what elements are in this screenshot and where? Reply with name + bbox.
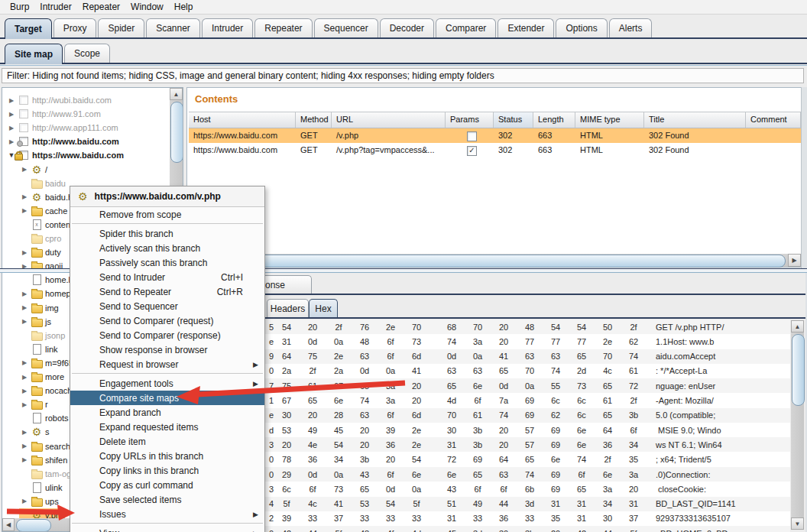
- menu-item-spider-this-branch[interactable]: Spider this branch: [70, 226, 264, 241]
- tree-item-ups[interactable]: ▶ups: [19, 495, 59, 508]
- column-header-mime-type[interactable]: MIME type: [575, 112, 644, 128]
- expand-arrow-icon[interactable]: ▶: [19, 207, 30, 214]
- tree-item-m-9f65[interactable]: ▶m=9f65: [19, 356, 73, 370]
- column-header-host[interactable]: Host: [189, 112, 296, 128]
- expand-arrow-icon[interactable]: ▶: [19, 166, 30, 173]
- tree-item-img[interactable]: ▶img: [19, 301, 59, 315]
- expand-arrow-icon[interactable]: ▶: [19, 374, 30, 381]
- subtab-site-map[interactable]: Site map: [5, 44, 63, 64]
- column-header-comment[interactable]: Comment: [746, 112, 801, 128]
- contents-scroll-right-button[interactable]: ▶: [788, 254, 801, 267]
- tree-item-http-wubi-baidu-com[interactable]: ▶http://wubi.baidu.com: [6, 93, 112, 107]
- menubar-item-burp[interactable]: Burp: [5, 2, 34, 12]
- tree-item-shifen[interactable]: ▶shifen: [19, 453, 67, 467]
- tree-item-cpro[interactable]: cpro: [19, 232, 61, 245]
- tree-item-ulink[interactable]: ulink: [19, 481, 63, 495]
- tree-item-link[interactable]: link: [19, 342, 58, 356]
- tree-item-https-www-baidu-com[interactable]: ▼https://www.baidu.com: [6, 148, 124, 162]
- menu-item-send-to-repeater[interactable]: Send to RepeaterCtrl+R: [70, 284, 264, 299]
- expand-arrow-icon[interactable]: ▶: [19, 318, 30, 325]
- tree-item-http-www-baidu-com[interactable]: ▶http://www.baidu.com: [6, 135, 119, 148]
- tree-item-homep[interactable]: ▶homep: [19, 287, 71, 300]
- tree-item-baidu[interactable]: baidu: [19, 177, 66, 190]
- expand-arrow-icon[interactable]: ▶: [19, 429, 30, 436]
- hex-view[interactable]: 554202f762e70687020485454502fGET /v.php …: [186, 320, 790, 532]
- tree-item-tam-og[interactable]: tam-og: [19, 467, 71, 481]
- tree-item--[interactable]: ▶⚙/: [19, 163, 47, 177]
- tab-proxy[interactable]: Proxy: [53, 18, 97, 37]
- expand-arrow-icon[interactable]: ▶: [6, 125, 17, 131]
- menu-item-passively-scan-this-branch[interactable]: Passively scan this branch: [70, 255, 264, 270]
- params-checkbox[interactable]: ✓: [467, 146, 477, 156]
- tree-item-jsonp[interactable]: jsonp: [19, 329, 65, 342]
- tree-item-http-www-91-com[interactable]: ▶http://www.91.com: [6, 107, 101, 121]
- tab-target[interactable]: Target: [5, 18, 52, 39]
- tree-item-home-h[interactable]: home.h: [19, 273, 73, 287]
- menu-item-issues[interactable]: Issues▶: [70, 507, 264, 521]
- menu-item-send-to-intruder[interactable]: Send to IntruderCtrl+I: [70, 270, 264, 284]
- tab-alerts[interactable]: Alerts: [609, 18, 653, 37]
- tab-scanner[interactable]: Scanner: [146, 18, 200, 37]
- tree-item-more[interactable]: ▶more: [19, 370, 64, 384]
- menu-item-compare-site-maps[interactable]: Compare site maps: [70, 391, 264, 405]
- tree-item-conten[interactable]: xconten: [19, 218, 70, 232]
- expand-arrow-icon[interactable]: ▶: [6, 111, 17, 118]
- menu-item-request-in-browser[interactable]: Request in browser▶: [70, 357, 264, 371]
- tree-vscrollbar-thumb[interactable]: [170, 102, 183, 163]
- menu-item-show-response-in-browser[interactable]: Show response in browser: [70, 342, 264, 357]
- tree-hscrollbar-thumb[interactable]: [16, 519, 51, 532]
- tree-item-s[interactable]: ▶⚙s: [19, 425, 50, 439]
- expand-arrow-icon[interactable]: ▶: [19, 304, 30, 311]
- column-header-title[interactable]: Title: [644, 112, 746, 128]
- menu-item-copy-as-curl-command[interactable]: Copy as curl command: [70, 478, 264, 492]
- tab-spider[interactable]: Spider: [98, 18, 144, 37]
- table-row[interactable]: https://www.baidu.comGET/v.php302663HTML…: [189, 128, 801, 143]
- expand-arrow-icon[interactable]: ▶: [19, 290, 30, 297]
- expand-arrow-icon[interactable]: ▶: [19, 443, 30, 449]
- menubar-item-window[interactable]: Window: [125, 2, 169, 12]
- tree-item-duty[interactable]: ▶duty: [19, 245, 61, 259]
- menubar-item-help[interactable]: Help: [169, 2, 199, 12]
- tab-intruder[interactable]: Intruder: [202, 18, 253, 37]
- menu-item-actively-scan-this-branch[interactable]: Actively scan this branch: [70, 241, 264, 255]
- tree-scroll-up-button[interactable]: ▲: [170, 88, 183, 100]
- menu-item-remove-from-scope[interactable]: Remove from scope: [70, 207, 264, 222]
- menu-item-send-to-sequencer[interactable]: Send to Sequencer: [70, 299, 264, 313]
- tree-item-nocach[interactable]: ▶nocach: [19, 384, 72, 397]
- tab-comparer[interactable]: Comparer: [436, 18, 496, 37]
- table-row[interactable]: https://www.baidu.comGET/v.php?tag=vmpac…: [189, 143, 801, 157]
- menu-item-expand-branch[interactable]: Expand branch: [70, 405, 264, 420]
- tab-headers[interactable]: Headers: [267, 299, 309, 317]
- tree-item-search[interactable]: ▶search: [19, 440, 70, 453]
- menu-item-save-selected-items[interactable]: Save selected items: [70, 492, 264, 507]
- tab-hex[interactable]: Hex: [309, 299, 338, 317]
- params-checkbox[interactable]: [467, 131, 477, 141]
- tab-extender[interactable]: Extender: [497, 18, 554, 37]
- tab-repeater[interactable]: Repeater: [254, 18, 312, 37]
- menubar-item-intruder[interactable]: Intruder: [34, 2, 76, 12]
- menubar-item-repeater[interactable]: Repeater: [77, 2, 125, 12]
- contents-hscrollbar-thumb[interactable]: [190, 255, 786, 268]
- column-header-method[interactable]: Method: [296, 112, 332, 128]
- menu-item-copy-links-in-this-branch[interactable]: Copy links in this branch: [70, 463, 264, 478]
- expand-arrow-icon[interactable]: ▶: [19, 193, 30, 200]
- column-header-params[interactable]: Params: [446, 112, 494, 128]
- expand-arrow-icon[interactable]: ▶: [19, 498, 30, 504]
- tree-scroll-left-button[interactable]: ◀: [2, 518, 15, 531]
- hex-scroll-down-button[interactable]: ▼: [791, 517, 804, 530]
- expand-arrow-icon[interactable]: ▶: [19, 388, 30, 394]
- menu-item-view[interactable]: View▶: [70, 526, 264, 532]
- tree-item-baidu-h[interactable]: ▶⚙baidu.h: [19, 190, 73, 204]
- tree-item-cache[interactable]: ▶cache: [19, 204, 67, 218]
- menu-item-send-to-comparer-request-[interactable]: Send to Comparer (request): [70, 313, 264, 328]
- hex-vscrollbar-thumb[interactable]: [792, 334, 805, 406]
- tab-decoder[interactable]: Decoder: [380, 18, 434, 37]
- expand-arrow-icon[interactable]: ▶: [19, 456, 30, 463]
- hex-scroll-up-button[interactable]: ▲: [791, 320, 804, 332]
- tab-options[interactable]: Options: [556, 18, 607, 37]
- menu-item-expand-requested-items[interactable]: Expand requested items: [70, 420, 264, 434]
- menu-item-delete-item[interactable]: Delete item: [70, 434, 264, 449]
- tree-item-r[interactable]: ▶r: [19, 397, 48, 411]
- menu-item-engagement-tools[interactable]: Engagement tools▶: [70, 376, 264, 391]
- menu-item-send-to-comparer-response-[interactable]: Send to Comparer (response): [70, 328, 264, 342]
